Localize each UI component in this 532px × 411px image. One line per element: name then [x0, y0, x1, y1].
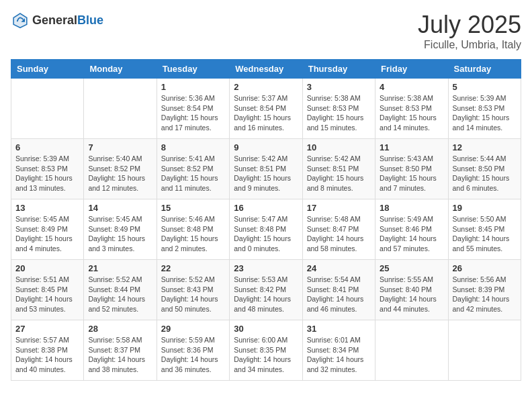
day-number: 17 [307, 203, 371, 213]
day-info: Sunrise: 5:40 AM Sunset: 8:52 PM Dayligh… [88, 154, 152, 193]
col-thursday: Thursday [302, 60, 375, 79]
table-row: 27Sunrise: 5:57 AM Sunset: 8:38 PM Dayli… [11, 320, 84, 381]
day-number: 20 [15, 263, 79, 273]
day-number: 14 [88, 203, 152, 213]
table-row: 29Sunrise: 5:59 AM Sunset: 8:36 PM Dayli… [157, 320, 229, 381]
title-area: July 2025 Ficulle, Umbria, Italy [418, 11, 521, 51]
table-row [375, 320, 448, 381]
table-row: 3Sunrise: 5:38 AM Sunset: 8:53 PM Daylig… [302, 79, 375, 139]
table-row: 5Sunrise: 5:39 AM Sunset: 8:53 PM Daylig… [448, 79, 521, 139]
day-number: 25 [380, 263, 443, 273]
table-row: 13Sunrise: 5:45 AM Sunset: 8:49 PM Dayli… [11, 199, 84, 260]
table-row: 15Sunrise: 5:46 AM Sunset: 8:48 PM Dayli… [157, 199, 229, 260]
day-info: Sunrise: 5:48 AM Sunset: 8:47 PM Dayligh… [307, 214, 371, 254]
day-info: Sunrise: 6:00 AM Sunset: 8:35 PM Dayligh… [234, 335, 298, 375]
table-row: 10Sunrise: 5:42 AM Sunset: 8:51 PM Dayli… [302, 139, 375, 199]
table-row: 4Sunrise: 5:38 AM Sunset: 8:53 PM Daylig… [375, 79, 448, 139]
day-info: Sunrise: 5:42 AM Sunset: 8:51 PM Dayligh… [307, 154, 371, 193]
table-row: 17Sunrise: 5:48 AM Sunset: 8:47 PM Dayli… [302, 199, 375, 260]
col-friday: Friday [375, 60, 448, 79]
day-number: 11 [380, 142, 443, 152]
day-info: Sunrise: 5:55 AM Sunset: 8:40 PM Dayligh… [380, 275, 443, 314]
day-number: 23 [234, 263, 298, 273]
day-info: Sunrise: 5:39 AM Sunset: 8:53 PM Dayligh… [453, 93, 517, 133]
table-row: 16Sunrise: 5:47 AM Sunset: 8:48 PM Dayli… [230, 199, 302, 260]
day-number: 8 [161, 142, 225, 152]
calendar-week-row: 6Sunrise: 5:39 AM Sunset: 8:53 PM Daylig… [11, 139, 521, 199]
day-info: Sunrise: 5:39 AM Sunset: 8:53 PM Dayligh… [15, 154, 79, 193]
day-number: 2 [234, 82, 298, 92]
table-row: 12Sunrise: 5:44 AM Sunset: 8:50 PM Dayli… [448, 139, 521, 199]
day-number: 30 [234, 324, 298, 334]
day-info: Sunrise: 5:57 AM Sunset: 8:38 PM Dayligh… [15, 335, 79, 375]
calendar-header-row: Sunday Monday Tuesday Wednesday Thursday… [11, 60, 521, 79]
table-row: 28Sunrise: 5:58 AM Sunset: 8:37 PM Dayli… [84, 320, 157, 381]
day-number: 9 [234, 142, 298, 152]
day-info: Sunrise: 5:42 AM Sunset: 8:51 PM Dayligh… [234, 154, 298, 193]
day-number: 27 [15, 324, 79, 334]
table-row: 8Sunrise: 5:41 AM Sunset: 8:52 PM Daylig… [157, 139, 229, 199]
page-header: GeneralBlue July 2025 Ficulle, Umbria, I… [11, 11, 521, 51]
day-info: Sunrise: 5:54 AM Sunset: 8:41 PM Dayligh… [307, 275, 371, 314]
day-info: Sunrise: 5:45 AM Sunset: 8:49 PM Dayligh… [15, 214, 79, 254]
calendar-week-row: 13Sunrise: 5:45 AM Sunset: 8:49 PM Dayli… [11, 199, 521, 260]
calendar-week-row: 20Sunrise: 5:51 AM Sunset: 8:45 PM Dayli… [11, 260, 521, 320]
day-number: 4 [380, 82, 443, 92]
day-number: 10 [307, 142, 371, 152]
day-info: Sunrise: 5:53 AM Sunset: 8:42 PM Dayligh… [234, 275, 298, 314]
day-info: Sunrise: 6:01 AM Sunset: 8:34 PM Dayligh… [307, 335, 371, 375]
table-row: 1Sunrise: 5:36 AM Sunset: 8:54 PM Daylig… [157, 79, 229, 139]
day-info: Sunrise: 5:38 AM Sunset: 8:53 PM Dayligh… [307, 93, 371, 133]
day-number: 13 [15, 203, 79, 213]
table-row: 14Sunrise: 5:45 AM Sunset: 8:49 PM Dayli… [84, 199, 157, 260]
day-number: 31 [307, 324, 371, 334]
day-number: 1 [161, 82, 225, 92]
table-row: 2Sunrise: 5:37 AM Sunset: 8:54 PM Daylig… [230, 79, 302, 139]
col-monday: Monday [84, 60, 157, 79]
table-row: 19Sunrise: 5:50 AM Sunset: 8:45 PM Dayli… [448, 199, 521, 260]
table-row: 26Sunrise: 5:56 AM Sunset: 8:39 PM Dayli… [448, 260, 521, 320]
day-info: Sunrise: 5:58 AM Sunset: 8:37 PM Dayligh… [88, 335, 152, 375]
day-info: Sunrise: 5:45 AM Sunset: 8:49 PM Dayligh… [88, 214, 152, 254]
col-sunday: Sunday [11, 60, 84, 79]
day-number: 6 [15, 142, 79, 152]
logo-icon [11, 11, 30, 30]
table-row [448, 320, 521, 381]
day-number: 12 [453, 142, 517, 152]
table-row [84, 79, 157, 139]
table-row [11, 79, 84, 139]
day-info: Sunrise: 5:46 AM Sunset: 8:48 PM Dayligh… [161, 214, 225, 254]
day-number: 22 [161, 263, 225, 273]
logo-general: General [32, 13, 77, 27]
month-title: July 2025 [418, 11, 521, 39]
day-info: Sunrise: 5:49 AM Sunset: 8:46 PM Dayligh… [380, 214, 443, 254]
day-number: 29 [161, 324, 225, 334]
day-info: Sunrise: 5:41 AM Sunset: 8:52 PM Dayligh… [161, 154, 225, 193]
col-wednesday: Wednesday [230, 60, 302, 79]
table-row: 21Sunrise: 5:52 AM Sunset: 8:44 PM Dayli… [84, 260, 157, 320]
table-row: 18Sunrise: 5:49 AM Sunset: 8:46 PM Dayli… [375, 199, 448, 260]
svg-marker-0 [13, 13, 28, 29]
logo-blue: Blue [77, 13, 103, 27]
day-info: Sunrise: 5:43 AM Sunset: 8:50 PM Dayligh… [380, 154, 443, 193]
location-subtitle: Ficulle, Umbria, Italy [418, 39, 521, 51]
day-info: Sunrise: 5:52 AM Sunset: 8:44 PM Dayligh… [88, 275, 152, 314]
calendar-week-row: 1Sunrise: 5:36 AM Sunset: 8:54 PM Daylig… [11, 79, 521, 139]
table-row: 7Sunrise: 5:40 AM Sunset: 8:52 PM Daylig… [84, 139, 157, 199]
day-number: 3 [307, 82, 371, 92]
day-number: 18 [380, 203, 443, 213]
day-info: Sunrise: 5:56 AM Sunset: 8:39 PM Dayligh… [453, 275, 517, 314]
day-info: Sunrise: 5:51 AM Sunset: 8:45 PM Dayligh… [15, 275, 79, 314]
table-row: 30Sunrise: 6:00 AM Sunset: 8:35 PM Dayli… [230, 320, 302, 381]
day-info: Sunrise: 5:47 AM Sunset: 8:48 PM Dayligh… [234, 214, 298, 254]
table-row: 11Sunrise: 5:43 AM Sunset: 8:50 PM Dayli… [375, 139, 448, 199]
day-info: Sunrise: 5:37 AM Sunset: 8:54 PM Dayligh… [234, 93, 298, 133]
logo: GeneralBlue [11, 11, 103, 30]
col-tuesday: Tuesday [157, 60, 229, 79]
day-info: Sunrise: 5:38 AM Sunset: 8:53 PM Dayligh… [380, 93, 443, 133]
table-row: 23Sunrise: 5:53 AM Sunset: 8:42 PM Dayli… [230, 260, 302, 320]
day-number: 15 [161, 203, 225, 213]
day-number: 7 [88, 142, 152, 152]
col-saturday: Saturday [448, 60, 521, 79]
day-number: 26 [453, 263, 517, 273]
